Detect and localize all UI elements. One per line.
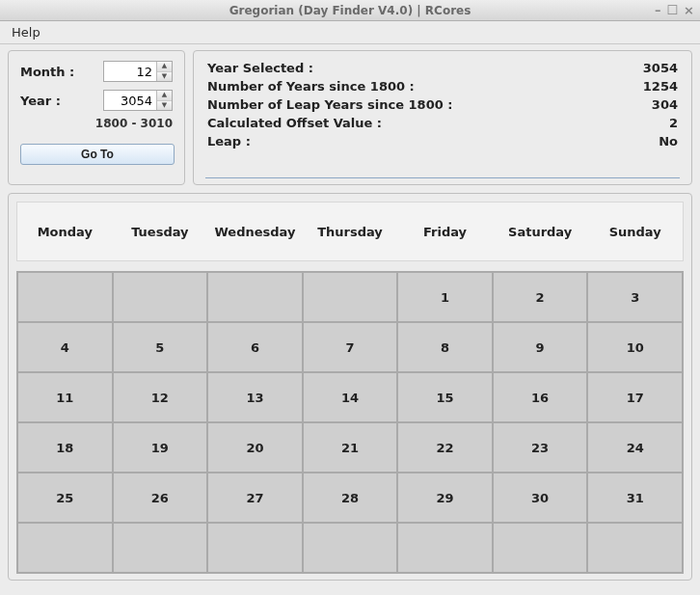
month-input[interactable] xyxy=(104,62,156,81)
window-controls: – ☐ × xyxy=(655,0,694,20)
year-input[interactable] xyxy=(104,91,156,110)
calendar-grid-wrap: 1 2 3 4 5 6 7 8 9 10 11 12 13 14 15 16 1… xyxy=(16,271,684,574)
calendar-cell[interactable]: 11 xyxy=(18,373,112,421)
day-header-friday: Friday xyxy=(397,203,493,260)
calendar-cell[interactable]: 6 xyxy=(208,323,302,371)
calendar-cell[interactable]: 2 xyxy=(494,273,587,321)
year-selected-label: Year Selected : xyxy=(207,61,313,75)
leap-years-value: 304 xyxy=(620,97,678,112)
year-spinner[interactable]: ▲ ▼ xyxy=(103,90,173,111)
calendar-cell[interactable]: 25 xyxy=(18,473,112,522)
info-panel: Year Selected : 3054 Number of Years sin… xyxy=(193,50,692,185)
leap-label: Leap : xyxy=(207,134,251,149)
year-label: Year : xyxy=(20,94,61,108)
calendar-cell[interactable]: 7 xyxy=(304,323,397,371)
maximize-icon[interactable]: ☐ xyxy=(666,4,678,16)
years-since-value: 1254 xyxy=(620,79,678,94)
goto-button[interactable]: Go To xyxy=(20,144,175,165)
offset-label: Calculated Offset Value : xyxy=(207,116,382,130)
calendar-cell[interactable]: 14 xyxy=(304,373,397,421)
menubar: Help xyxy=(0,21,700,44)
calendar-cell[interactable]: 5 xyxy=(114,323,207,371)
window-title: Gregorian (Day Finder V4.0) | RCores xyxy=(229,4,471,17)
years-since-label: Number of Years since 1800 : xyxy=(207,79,415,94)
calendar-cell[interactable] xyxy=(494,524,587,572)
day-header-monday: Monday xyxy=(17,203,113,260)
calendar-cell[interactable]: 8 xyxy=(398,323,492,371)
close-icon[interactable]: × xyxy=(684,4,694,16)
day-header-row: Monday Tuesday Wednesday Thursday Friday… xyxy=(16,202,684,261)
calendar-cell[interactable]: 26 xyxy=(114,473,207,522)
year-spin-up-icon[interactable]: ▲ xyxy=(157,91,172,101)
calendar-cell[interactable] xyxy=(304,524,397,572)
calendar-cell[interactable] xyxy=(208,273,302,321)
minimize-icon[interactable]: – xyxy=(655,4,661,16)
calendar-cell[interactable]: 13 xyxy=(208,373,302,421)
month-label: Month : xyxy=(20,65,74,79)
input-panel: Month : ▲ ▼ Year : ▲ ▼ xyxy=(8,50,185,185)
calendar-cell[interactable]: 22 xyxy=(398,423,492,472)
calendar-cell[interactable]: 20 xyxy=(208,423,302,472)
day-header-tuesday: Tuesday xyxy=(113,203,208,260)
year-spin-down-icon[interactable]: ▼ xyxy=(157,101,172,111)
offset-value: 2 xyxy=(620,116,678,130)
calendar-cell[interactable]: 23 xyxy=(494,423,587,472)
titlebar: Gregorian (Day Finder V4.0) | RCores – ☐… xyxy=(0,0,700,21)
calendar-cell[interactable]: 28 xyxy=(304,473,397,522)
month-spin-down-icon[interactable]: ▼ xyxy=(157,72,172,82)
calendar-cell[interactable]: 9 xyxy=(494,323,587,371)
calendar-cell[interactable]: 19 xyxy=(114,423,207,472)
calendar-cell[interactable]: 18 xyxy=(18,423,112,472)
calendar-cell[interactable]: 24 xyxy=(588,423,682,472)
day-header-saturday: Saturday xyxy=(493,203,588,260)
year-selected-value: 3054 xyxy=(620,61,678,75)
calendar-cell[interactable]: 15 xyxy=(398,373,492,421)
month-spin-up-icon[interactable]: ▲ xyxy=(157,62,172,72)
calendar-cell[interactable]: 29 xyxy=(398,473,492,522)
calendar-cell[interactable] xyxy=(114,524,207,572)
calendar-cell[interactable]: 12 xyxy=(114,373,207,421)
calendar-cell[interactable] xyxy=(114,273,207,321)
calendar-cell[interactable] xyxy=(398,524,492,572)
year-range-label: 1800 - 3010 xyxy=(20,117,173,130)
calendar-cell[interactable] xyxy=(18,524,112,572)
menu-help[interactable]: Help xyxy=(6,23,46,41)
content-area: Month : ▲ ▼ Year : ▲ ▼ xyxy=(0,44,700,595)
calendar-panel: Monday Tuesday Wednesday Thursday Friday… xyxy=(8,193,692,581)
calendar-cell[interactable]: 30 xyxy=(494,473,587,522)
calendar-cell[interactable] xyxy=(208,524,302,572)
day-header-thursday: Thursday xyxy=(303,203,398,260)
calendar-cell[interactable]: 17 xyxy=(588,373,682,421)
calendar-cell[interactable]: 21 xyxy=(304,423,397,472)
calendar-cell[interactable] xyxy=(588,524,682,572)
calendar-cell[interactable] xyxy=(304,273,397,321)
leap-years-label: Number of Leap Years since 1800 : xyxy=(207,97,452,112)
day-header-sunday: Sunday xyxy=(587,203,683,260)
calendar-cell[interactable]: 10 xyxy=(588,323,682,371)
day-header-wednesday: Wednesday xyxy=(207,203,303,260)
calendar-cell[interactable]: 31 xyxy=(588,473,682,522)
calendar-cell[interactable] xyxy=(18,273,112,321)
calendar-cell[interactable]: 16 xyxy=(494,373,587,421)
calendar-cell[interactable]: 27 xyxy=(208,473,302,522)
calendar-cell[interactable]: 4 xyxy=(18,323,112,371)
calendar-grid: 1 2 3 4 5 6 7 8 9 10 11 12 13 14 15 16 1… xyxy=(18,273,682,572)
calendar-cell[interactable]: 3 xyxy=(588,273,682,321)
month-spinner[interactable]: ▲ ▼ xyxy=(103,61,173,82)
calendar-cell[interactable]: 1 xyxy=(398,273,492,321)
leap-value: No xyxy=(620,134,678,149)
